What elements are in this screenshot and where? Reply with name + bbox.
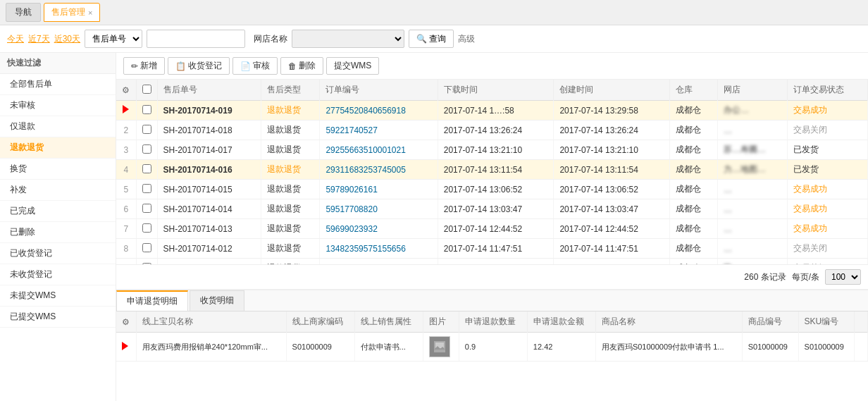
table-row-status: 交易成功 [787,199,867,219]
query-button[interactable]: 🔍 查询 [409,30,454,48]
table-row-checkbox[interactable] [136,140,157,160]
sidebar-item-completed[interactable]: 已完成 [0,201,116,222]
last7-btn[interactable]: 近7天 [28,33,50,45]
main-layout: 快速过滤 全部售后单 未审核 仅退款 退款退货 换货 补发 已完成 已删除 已收… [0,53,868,401]
bottom-section: 申请退货明细 收货明细 ⚙ 线上宝贝名称 线上商家编码 线上销售属性 图片 申请… [116,289,868,401]
table-row-type: 退款退货 [261,219,320,239]
table-row-checkbox[interactable] [136,101,157,121]
audit-button[interactable]: 📄 审核 [232,57,278,75]
tab-close-icon[interactable]: × [88,8,92,17]
table-row-shop: 苏…寿圃… [718,140,788,160]
bottom-col-gear[interactable]: ⚙ [116,311,136,333]
table-row-download: 2017-07-14 13:21:10 [438,140,554,160]
sidebar-item-refund-return[interactable]: 退款退货 [0,137,116,159]
table-row-num: 3 [116,140,136,160]
bottom-row-code: S01000009 [286,333,354,362]
bottom-col-name: 线上宝贝名称 [136,311,286,333]
bottom-row-extra [855,333,868,362]
tab-label: 售后管理 [51,6,85,18]
table-row-num: 5 [116,180,136,199]
sidebar-item-pending-audit[interactable]: 未审核 [0,95,116,116]
col-type: 售后类型 [261,80,320,101]
table-row-shop: … [718,121,788,140]
col-order-id: 售后单号 [157,80,261,101]
bottom-col-qty: 申请退款数量 [459,311,527,333]
table-row-download: 2017-07-14 13:03:47 [438,199,554,219]
table-row-checkbox[interactable] [136,160,157,180]
table-row-shop: 办公… [718,101,788,121]
table-row-checkbox[interactable] [136,219,157,239]
active-tab[interactable]: 售后管理 × [44,3,100,22]
table-row-created: 2017-07-14 13:29:58 [554,101,670,121]
table-row-type: 退款退货 [261,239,320,259]
table-row-status: 交易成功 [787,219,867,239]
table-row-order: 59221740527 [320,121,438,140]
table-row-status: 已发货 [787,160,867,180]
table-row-warehouse: 成都仓 [670,160,718,180]
table-row-order: 59789026161 [320,180,438,199]
bottom-row-img [423,333,459,362]
table-row-checkbox[interactable] [136,121,157,140]
main-table: ⚙ 售后单号 售后类型 订单编号 下载时间 创建时间 仓库 网店 订单交易状态 [116,80,868,264]
table-row-order: 59517708820 [320,199,438,219]
table-row-created: 2017-07-14 13:03:47 [554,199,670,219]
table-row-warehouse: 成都仓 [670,180,718,199]
sidebar-item-deleted[interactable]: 已删除 [0,222,116,243]
table-row-warehouse: 成都仓 [670,121,718,140]
table-row-type: 退款退货 [261,160,320,180]
last30-btn[interactable]: 近30天 [54,33,80,45]
table-row-id: SH-20170714-011 [157,259,261,265]
table-row-id: SH-20170714-017 [157,140,261,160]
table-row-shop: … [718,180,788,199]
table-row-id: SH-20170714-019 [157,101,261,121]
table-row-id: SH-20170714-012 [157,239,261,259]
shop-select[interactable] [292,30,404,48]
table-row-download: 2017-07-14 1…:58 [438,101,554,121]
bottom-row-goods-code: S01000009 [742,333,798,362]
col-status: 订单交易状态 [787,80,867,101]
sidebar-item-received[interactable]: 已收货登记 [0,243,116,264]
table-row-created: 2017-07-14 11:46:14 [554,259,670,265]
table-row-id: SH-20170714-013 [157,219,261,239]
table-row-status: 交易成功 [787,101,867,121]
table-row-num: 4 [116,160,136,180]
bottom-row-goods-name: 用友西玛S01000009付款申请书 1... [595,333,742,362]
add-button[interactable]: ✏ 新增 [123,57,165,75]
sidebar-item-refund-only[interactable]: 仅退款 [0,116,116,137]
table-row-type: 退款退货 [261,140,320,160]
sidebar-item-not-received[interactable]: 未收货登记 [0,264,116,285]
page-size-select[interactable]: 100 50 20 [825,269,861,285]
delete-button[interactable]: 🗑 删除 [280,57,323,75]
table-row-checkbox[interactable] [136,180,157,199]
table-row-created: 2017-07-14 11:47:51 [554,239,670,259]
select-all-checkbox[interactable] [142,85,151,94]
sidebar-item-reissue[interactable]: 补发 [0,180,116,201]
bottom-col-extra [855,311,868,333]
today-btn[interactable]: 今天 [7,33,24,45]
submit-wms-button[interactable]: 提交WMS [326,57,379,75]
col-checkbox [136,80,157,101]
table-row-shop: 致… [718,259,788,265]
table-row-download: 2017-07-14 11:47:51 [438,239,554,259]
bottom-col-goods-name: 商品名称 [595,311,742,333]
search-input[interactable] [147,30,245,48]
sidebar-item-exchange[interactable]: 换货 [0,159,116,180]
table-row-checkbox[interactable] [136,259,157,265]
sidebar-item-submitted-wms[interactable]: 已提交WMS [0,307,116,328]
bottom-row-name: 用友西玛费用报销单240*120mm审... [136,333,286,362]
col-gear[interactable]: ⚙ [116,80,136,101]
sidebar-item-all[interactable]: 全部售后单 [0,74,116,95]
advanced-button[interactable]: 高级 [458,33,475,45]
receipt-button[interactable]: 📋 收货登记 [168,57,230,75]
sidebar-item-not-submitted-wms[interactable]: 未提交WMS [0,285,116,307]
table-row-num: 8 [116,239,136,259]
tab-refund-detail[interactable]: 申请退货明细 [116,290,188,311]
table-row-checkbox[interactable] [136,239,157,259]
nav-button[interactable]: 导航 [6,3,41,22]
table-area: ⚙ 售后单号 售后类型 订单编号 下载时间 创建时间 仓库 网店 订单交易状态 [116,80,868,264]
tab-receipt-detail[interactable]: 收货明细 [190,290,244,311]
table-row-checkbox[interactable] [136,199,157,219]
table-row-num: 2 [116,121,136,140]
table-row-num [116,101,136,121]
field-select[interactable]: 售后单号 [85,30,142,48]
